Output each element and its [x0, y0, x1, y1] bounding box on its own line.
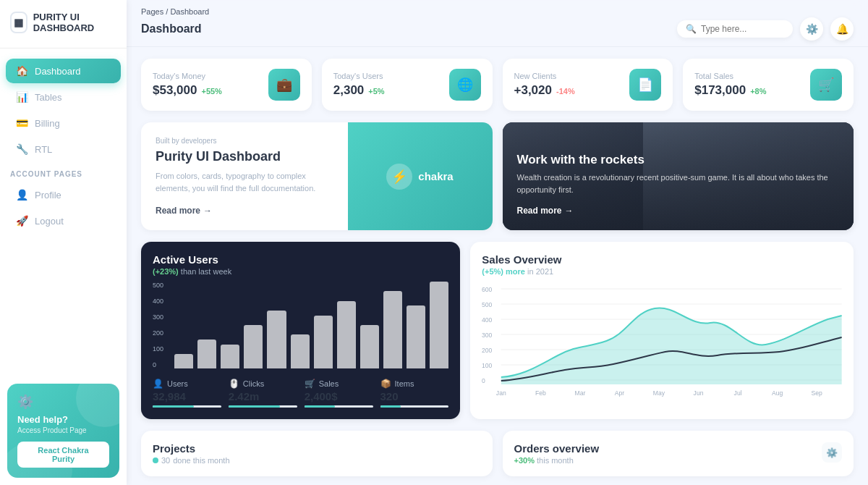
metric-item: 👤 Users 32,984 [153, 379, 221, 408]
bar [221, 345, 239, 368]
search-bar[interactable]: 🔍 [677, 20, 793, 38]
breadcrumb-current: Dashboard [170, 7, 209, 16]
stat-label: Today's Users [333, 72, 385, 80]
svg-text:Jun: Jun [694, 389, 704, 397]
bar [430, 282, 448, 368]
metric-bar-fill [380, 405, 401, 408]
stat-change: +55% [201, 87, 221, 96]
orders-card: Orders overview +30% this month ⚙️ [503, 431, 854, 476]
header-row: Dashboard 🔍 ⚙️ 🔔 [141, 17, 854, 41]
stats-row: Today's Money $53,000 +55% 💼 Today's Use… [141, 59, 854, 111]
bar [337, 301, 356, 368]
metric-item: 🖱️ Clicks 2.42m [229, 379, 297, 408]
notifications-button[interactable]: 🔔 [830, 17, 854, 41]
bar [383, 291, 402, 368]
home-icon: 🏠 [16, 65, 27, 77]
work-card-content: Work with the rockets Wealth creation is… [503, 138, 854, 230]
stat-icon-clients: 📄 [629, 69, 661, 101]
metric-label: 🛒 Sales [305, 379, 373, 389]
svg-text:Sep: Sep [812, 389, 822, 397]
bar [197, 340, 216, 368]
metric-icon: 🖱️ [229, 379, 239, 389]
orders-title: Orders overview [514, 442, 600, 455]
stat-icon-users: 🌐 [449, 69, 481, 101]
sidebar-item-label: Profile [35, 190, 61, 201]
sales-overview-card: Sales Overview (+5%) more in 2021 600 50… [470, 242, 854, 419]
page-header: Pages / Dashboard Dashboard 🔍 ⚙️ 🔔 [127, 0, 868, 47]
chart-subtitle: (+23%) than last week [153, 267, 448, 276]
sales-subtitle: (+5%) more in 2021 [482, 267, 842, 276]
purity-title: Purity UI Dashboard [156, 149, 333, 164]
sidebar-item-profile[interactable]: 👤 Profile [6, 182, 121, 207]
metric-icon: 🛒 [305, 379, 315, 389]
chakra-bolt-icon: ⚡ [386, 164, 412, 190]
metric-bar [305, 405, 373, 408]
svg-text:Mar: Mar [575, 389, 586, 397]
stat-card-sales: Total Sales $173,000 +8% 🛒 [683, 59, 854, 111]
chart-title: Active Users [153, 253, 448, 266]
metric-bar [380, 405, 449, 408]
search-input[interactable] [701, 24, 784, 34]
svg-text:100: 100 [482, 362, 492, 369]
sidebar-item-logout[interactable]: 🚀 Logout [6, 208, 121, 233]
header-actions: 🔍 ⚙️ 🔔 [677, 17, 854, 41]
chakra-label: chakra [418, 170, 453, 182]
stat-value: +3,020 [514, 83, 552, 98]
page-content: Today's Money $53,000 +55% 💼 Today's Use… [127, 47, 868, 485]
svg-text:Apr: Apr [615, 389, 624, 397]
area-chart: 600 500 400 300 200 100 0 [482, 283, 842, 399]
stat-value: $53,000 [153, 83, 197, 98]
metric-value: 2.42m [229, 390, 297, 402]
orders-info: Orders overview +30% this month [514, 442, 600, 465]
mid-row: Built by developers Purity UI Dashboard … [141, 122, 854, 230]
stat-label: Today's Money [153, 72, 222, 80]
charts-row: Active Users (+23%) than last week 500 4… [141, 242, 854, 419]
search-icon: 🔍 [686, 24, 697, 34]
bar-chart: 500 400 300 200 100 0 [153, 282, 448, 368]
app-name: PURITY UI DASHBOARD [33, 12, 116, 33]
help-button[interactable]: React Chakra Purity [17, 442, 109, 468]
page-title: Dashboard [141, 22, 202, 35]
svg-text:400: 400 [482, 316, 492, 324]
active-users-chart: Active Users (+23%) than last week 500 4… [141, 242, 460, 419]
account-section-label: ACCOUNT PAGES [0, 163, 127, 181]
projects-card: Projects 30 done this month [141, 431, 493, 476]
main-content: Pages / Dashboard Dashboard 🔍 ⚙️ 🔔 Today… [127, 0, 868, 485]
built-label: Built by developers [156, 137, 333, 145]
stat-card-clients: New Clients +3,020 -14% 📄 [503, 59, 673, 111]
bar [244, 325, 263, 368]
breadcrumb-pages[interactable]: Pages [141, 7, 163, 16]
svg-text:500: 500 [482, 301, 492, 308]
sidebar-item-dashboard[interactable]: 🏠 Dashboard [6, 59, 121, 83]
svg-text:Jan: Jan [496, 389, 506, 397]
work-read-more[interactable]: Read more → [517, 206, 840, 216]
stat-info: Today's Users 2,300 +5% [333, 72, 385, 98]
app-logo[interactable]: ▦ PURITY UI DASHBOARD [0, 0, 127, 48]
work-card: Work with the rockets Wealth creation is… [503, 122, 854, 230]
sidebar-item-tables[interactable]: 📊 Tables [6, 85, 121, 109]
sidebar: ▦ PURITY UI DASHBOARD 🏠 Dashboard 📊 Tabl… [0, 0, 127, 485]
logout-icon: 🚀 [16, 215, 27, 227]
sidebar-navigation: 🏠 Dashboard 📊 Tables 💳 Billing 🔧 RTL ACC… [0, 48, 127, 376]
sidebar-item-rtl[interactable]: 🔧 RTL [6, 137, 121, 161]
projects-row: Projects 30 done this month Orders overv… [141, 431, 854, 476]
metric-label: 📦 Items [380, 379, 449, 389]
stat-info: New Clients +3,020 -14% [514, 72, 575, 98]
svg-text:200: 200 [482, 347, 492, 354]
stat-value: $173,000 [694, 83, 746, 98]
help-subtitle: Access Product Page [17, 426, 109, 434]
work-title: Work with the rockets [517, 153, 840, 167]
purity-card: Built by developers Purity UI Dashboard … [141, 122, 493, 230]
purity-read-more[interactable]: Read more → [156, 206, 333, 216]
orders-settings-button[interactable]: ⚙️ [822, 442, 842, 463]
settings-button[interactable]: ⚙️ [800, 17, 823, 41]
projects-dot [153, 457, 158, 463]
metric-icon: 📦 [380, 379, 391, 389]
stat-icon-money: 💼 [268, 69, 300, 101]
svg-text:Jul: Jul [734, 389, 742, 397]
help-panel: ⚙️ Need help? Access Product Page React … [7, 384, 119, 478]
svg-text:Aug: Aug [772, 389, 783, 397]
metric-value: 2,400$ [305, 390, 373, 402]
stat-card-users: Today's Users 2,300 +5% 🌐 [322, 59, 493, 111]
sidebar-item-billing[interactable]: 💳 Billing [6, 111, 121, 135]
